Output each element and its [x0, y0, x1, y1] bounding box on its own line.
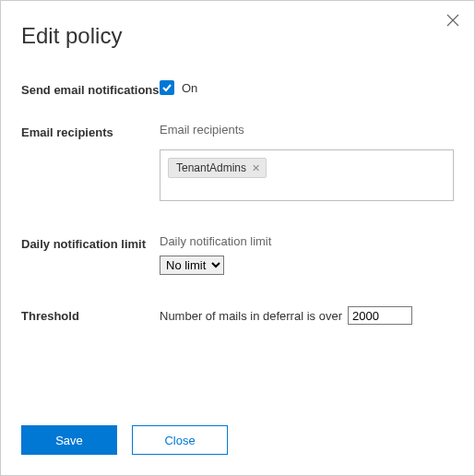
label-threshold: Threshold — [21, 306, 160, 325]
notifications-checkbox[interactable] — [160, 80, 174, 95]
recipients-sublabel: Email recipients — [160, 123, 454, 137]
row-threshold: Threshold Number of mails in deferral is… — [21, 306, 454, 325]
chip-remove-icon[interactable]: ✕ — [252, 162, 260, 174]
row-email-recipients: Email recipients Email recipients Tenant… — [21, 123, 454, 201]
close-button[interactable]: Close — [132, 425, 228, 455]
daily-limit-select[interactable]: No limit — [160, 256, 224, 275]
threshold-input[interactable] — [348, 306, 412, 325]
recipient-chip-label: TenantAdmins — [176, 161, 246, 174]
threshold-text: Number of mails in deferral is over — [160, 309, 342, 323]
save-button[interactable]: Save — [21, 425, 117, 455]
row-send-email-notifications: Send email notifications On — [21, 80, 454, 99]
row-daily-limit: Daily notification limit Daily notificat… — [21, 234, 454, 275]
label-send-email-notifications: Send email notifications — [21, 80, 160, 99]
label-daily-limit: Daily notification limit — [21, 234, 160, 253]
daily-limit-sublabel: Daily notification limit — [160, 234, 454, 248]
label-email-recipients: Email recipients — [21, 123, 160, 141]
recipients-input[interactable]: TenantAdmins ✕ — [160, 149, 454, 201]
page-title: Edit policy — [21, 23, 454, 49]
footer-buttons: Save Close — [21, 425, 228, 455]
notifications-state-text: On — [182, 81, 197, 95]
recipient-chip: TenantAdmins ✕ — [168, 158, 267, 178]
close-icon[interactable] — [446, 14, 461, 29]
